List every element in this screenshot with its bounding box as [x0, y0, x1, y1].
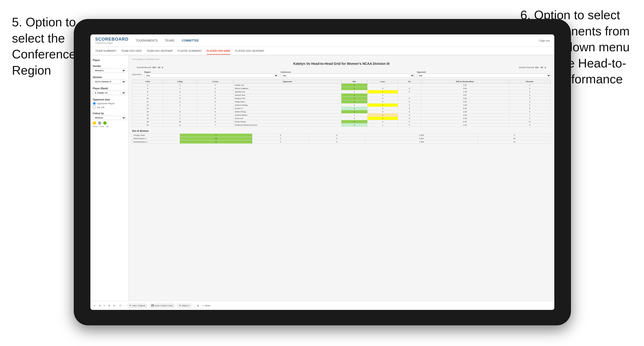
opponents-label: Opponents: [132, 73, 142, 76]
share-btn[interactable]: ↗ Share [202, 305, 210, 307]
copy-btn[interactable]: ⊕ · [113, 305, 116, 307]
col-div: # Div [132, 80, 163, 84]
table-row: 16 2 4 Jessica Mason 1 2 0 -0.94 7 [132, 114, 551, 117]
table-row: 15 8 5 Stella Cheng 1 0 0 1.25 4 [132, 110, 551, 114]
logo-text: SCOREBOARD [95, 37, 128, 42]
watch-btn[interactable]: 👁 Watch ▾ [177, 304, 191, 308]
nav-sign-out[interactable]: | Sign out [538, 39, 550, 42]
redo-btn[interactable]: ↪ [104, 305, 106, 307]
report-title: Katelyn Vo Head-to-Head Grid for Women's… [132, 62, 551, 66]
colour-circles [93, 121, 126, 125]
subnav-player-summary[interactable]: PLAYER SUMMARY [178, 47, 202, 54]
subnav-team-h2h-heatmap[interactable]: TEAM H2H HEATMAP [146, 47, 173, 54]
region-filter-select[interactable]: (All) [144, 74, 278, 78]
table-row: 3 3 1 Esther Lee 1 1.50 4 [132, 84, 551, 87]
table-row: 6 3 3 Sydney Kuo 0 1 0 -1.00 3 [132, 90, 551, 94]
main-content: Player Gender Women's Division NCAA Divi… [90, 55, 554, 301]
nav-committee[interactable]: COMMITTEE [182, 38, 199, 43]
table-row: 11 2 5 Heejo Hyun 1 0 0 3.33 3 [132, 100, 551, 104]
nav-teams[interactable]: TEAMS [165, 38, 174, 43]
sidebar-colour-by-select[interactable]: Win/loss [93, 116, 126, 120]
sidebar-player-rank-label: Player (Rank) [93, 87, 126, 90]
col-opponent: Opponent [234, 80, 341, 84]
opponent-filter-select[interactable]: (All) [417, 74, 551, 78]
colour-level-label: Level [100, 125, 104, 128]
out-division-row: NAIA Division 1 15 0 0 9.267 30 [132, 137, 551, 140]
data-table: # Div # Reg # Conf Opponent Win Loss Tie… [132, 80, 551, 127]
sidebar-opponent-view-section: Opponent view Opponents Played Top 100 [93, 98, 126, 109]
sidebar-division-label: Division [93, 76, 126, 79]
tablet-screen: SCOREBOARD Powered by clippd TOURNAMENTS… [90, 34, 554, 310]
logo-sub: Powered by clippd [95, 42, 128, 44]
subnav-player-h2h-heatmap[interactable]: PLAYER H2H HEATMAP [235, 47, 264, 54]
toolbar-sep-1 [124, 303, 125, 308]
filter-btn[interactable]: ⊞ [108, 305, 110, 307]
colour-up-label: Up [106, 125, 108, 128]
colour-down-circle [93, 121, 96, 125]
sidebar-radio-group: Opponents Played Top 100 [93, 102, 126, 109]
out-division-table: Foreign Team 1 0 0 4.500 2 NAIA Division… [132, 134, 551, 144]
conference-filter-select[interactable]: (All) [280, 74, 414, 78]
main-panel: Last Updated: 27/03/2024 10:34 Katelyn V… [128, 55, 554, 301]
out-division-row: NCAA Division 2 5 0 0 7.400 10 [132, 140, 551, 144]
sidebar-player-section: Player [93, 59, 126, 61]
col-loss: Loss [368, 80, 398, 84]
logo-area: SCOREBOARD Powered by clippd [95, 37, 128, 44]
sidebar-gender-label: Gender [93, 65, 126, 67]
col-conf: # Conf [197, 80, 234, 84]
conference-filter-label: Conference [280, 71, 414, 73]
region-filter-label: Region [144, 71, 278, 73]
table-row: 13 1 1 Jessica Huang 0 1 0 -3.00 2 [132, 104, 551, 107]
clock-btn[interactable]: 🕐 [119, 305, 122, 307]
sidebar-division-section: Division NCAA Division III [93, 76, 126, 84]
table-row: 18 2 2 Euna Lee 0 2 0 -5.00 2 [132, 117, 551, 120]
sidebar-colour-by-section: Colour by Win/loss Down Level Up [93, 112, 126, 128]
sidebar-division-select[interactable]: NCAA Division III [93, 80, 126, 84]
colour-level-circle [98, 121, 101, 125]
tablet-device: SCOREBOARD Powered by clippd TOURNAMENTS… [74, 19, 571, 325]
division-record: Division Record: 331 - 34 - 6 [519, 66, 546, 69]
opponent-filter-label: Opponent [417, 71, 551, 73]
table-row: 5 2 2 Alexis Sudjianto 1 0 0 4.00 3 [132, 87, 551, 90]
sidebar-colour-by-label: Colour by [93, 112, 126, 115]
filter-row: Opponents: Region (All) Conference (All) [132, 71, 551, 78]
nav-tournaments[interactable]: TOURNAMENTS [136, 38, 158, 43]
sidebar-gender-select[interactable]: Women's [93, 68, 126, 73]
sidebar-player-label: Player [93, 59, 126, 61]
col-reg: # Reg [163, 80, 197, 84]
share-layout-btn[interactable]: ⊞ [197, 305, 199, 307]
table-row: 14 7 4 Eunice Yi 2 2 0 0.38 9 [132, 107, 551, 110]
out-division-title: Out of division [132, 130, 551, 132]
table-row: 10 6 3 Andrea York 2 0 0 4.00 4 [132, 97, 551, 100]
subnav-player-h2h-grid[interactable]: PLAYER H2H GRID [207, 47, 230, 55]
sidebar-player-rank-section: Player (Rank) 8. Katelyn Vo [93, 87, 126, 95]
radio-top100[interactable]: Top 100 [93, 106, 126, 109]
record-row: Overall Record: 353 - 34 - 6 Division Re… [132, 66, 551, 69]
undo-btn[interactable]: ↩ [94, 305, 96, 307]
subnav-team-h2h-grid[interactable]: TEAM H2H GRID [121, 47, 142, 54]
view-original-btn[interactable]: 👁 View: Original [128, 304, 147, 308]
overall-record: Overall Record: 353 - 34 - 6 [137, 66, 163, 69]
sidebar-player-rank-select[interactable]: 8. Katelyn Vo [93, 91, 126, 95]
sidebar-opponent-view-label: Opponent view [93, 98, 126, 101]
top-navigation: SCOREBOARD Powered by clippd TOURNAMENTS… [90, 34, 554, 47]
settings-btn[interactable]: ⚙ [99, 305, 101, 307]
bottom-toolbar: ↩ ⚙ ↪ ⊞ ⊕ · 🕐 👁 View: Original 💾 Save Cu… [90, 301, 554, 310]
sidebar-gender-section: Gender Women's [93, 65, 126, 73]
table-row: 20 11 7 Federica Domecq Lacroze 2 1 0 1.… [132, 124, 551, 127]
colour-up-circle [103, 121, 106, 125]
out-division-row: Foreign Team 1 0 0 4.500 2 [132, 134, 551, 137]
radio-opponents-played[interactable]: Opponents Played [93, 102, 126, 105]
col-rounds: Rounds [509, 80, 550, 84]
sidebar: Player Gender Women's Division NCAA Divi… [90, 55, 128, 301]
sub-navigation: TEAM SUMMARY TEAM H2H GRID TEAM H2H HEAT… [90, 47, 554, 55]
subnav-team-summary[interactable]: TEAM SUMMARY [95, 47, 116, 54]
opponent-filter-group: Opponent (All) [417, 71, 551, 78]
conference-filter-group: Conference (All) [280, 71, 414, 78]
update-info: Last Updated: 27/03/2024 10:34 [132, 58, 551, 60]
region-filter-group: Region (All) [144, 71, 278, 78]
colour-down-label: Down [93, 125, 98, 128]
table-row: 19 10 6 Emily Chang 4 0 0 0.30 11 [132, 120, 551, 124]
save-custom-btn[interactable]: 💾 Save Custom View [150, 304, 174, 308]
table-row: 9 1 4 Sharon Mun 1 0 3.67 3 [132, 94, 551, 97]
